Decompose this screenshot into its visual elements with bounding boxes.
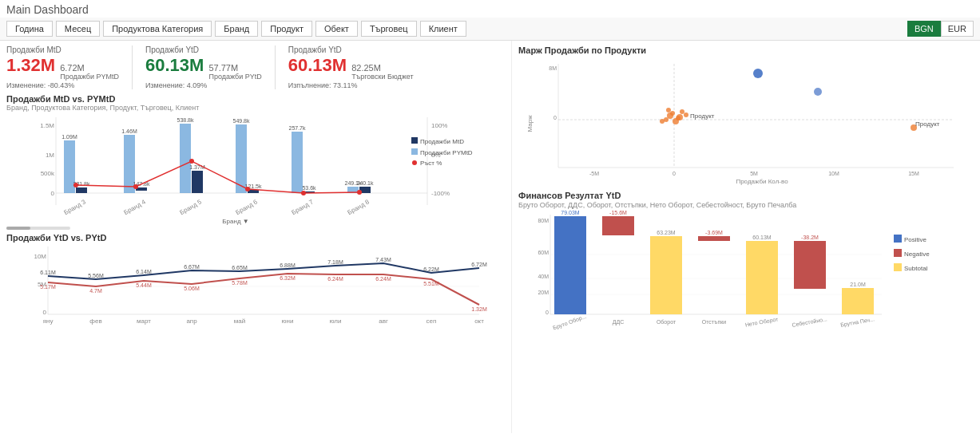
- filter-trader[interactable]: Търговец: [361, 21, 417, 37]
- kpi-ytd1-sub-val: 57.77M: [208, 63, 261, 73]
- svg-text:Отстъпки: Отстъпки: [702, 319, 727, 325]
- kpi-mtd-main: 1.32M 6.72M Продажби PYMtD: [6, 55, 119, 81]
- waterfall-svg: 80M 60M 40M 20M 0 79.03M -1: [518, 211, 974, 342]
- waterfall-chart-title: Финансов Резултат YtD: [518, 191, 974, 200]
- svg-rect-148: [894, 235, 902, 243]
- kpi-ytd2-sub-val: 82.25M: [351, 63, 413, 73]
- svg-text:Продукт: Продукт: [690, 112, 715, 120]
- kpi-ytd2-label: Продажби YtD: [288, 45, 414, 54]
- svg-rect-18: [180, 124, 191, 193]
- svg-text:Бранд ▼: Бранд ▼: [222, 218, 248, 225]
- kpi-mtd: Продажби MtD 1.32M 6.72M Продажби PYMtD …: [6, 45, 119, 89]
- filter-bar: Година Месец Продуктова Категория Бранд …: [0, 18, 980, 41]
- svg-text:Бранд 4: Бранд 4: [123, 198, 148, 216]
- svg-text:0: 0: [43, 309, 47, 316]
- svg-text:Продажби MtD: Продажби MtD: [420, 138, 464, 145]
- svg-text:-38.2M: -38.2M: [801, 235, 819, 240]
- svg-rect-48: [411, 148, 418, 155]
- line-chart-container: 10M 5M 0 6.11M 5.56M 6.14M 6.67M 6.65M 6…: [6, 243, 505, 330]
- left-panel: Продажби MtD 1.32M 6.72M Продажби PYMtD …: [0, 41, 511, 433]
- svg-point-110: [660, 119, 665, 124]
- bar-chart-section: Продажби MtD vs. PYMtD Бранд, Продуктова…: [6, 94, 505, 230]
- kpi-ytd1-sub-label: Продажби PYtD: [208, 73, 261, 81]
- currency-bgn[interactable]: BGN: [907, 21, 941, 37]
- scatter-chart-section: Марж Продажби по Продукти Марж Продажби …: [518, 45, 974, 187]
- brand-scrollbar[interactable]: [6, 227, 70, 230]
- svg-text:май: май: [234, 318, 245, 325]
- svg-text:7.18M: 7.18M: [327, 259, 343, 265]
- kpi-ytd1: Продажби YtD 60.13M 57.77M Продажби PYtD…: [132, 45, 262, 89]
- svg-text:4.7M: 4.7M: [89, 288, 102, 294]
- svg-text:апр: апр: [186, 318, 197, 325]
- kpi-mtd-sub-val: 6.72M: [60, 63, 119, 73]
- kpi-mtd-label: Продажби MtD: [6, 45, 119, 54]
- svg-text:63.23M: 63.23M: [657, 230, 676, 235]
- svg-point-114: [814, 88, 822, 96]
- svg-rect-26: [292, 132, 303, 193]
- svg-text:Ръст %: Ръст %: [420, 160, 442, 167]
- svg-text:240.1k: 240.1k: [356, 180, 374, 186]
- line-chart-section: Продажби YtD vs. PYtD 10M 5M 0: [6, 233, 505, 330]
- svg-rect-137: [794, 241, 826, 289]
- filter-year[interactable]: Година: [6, 21, 53, 37]
- svg-text:53.6k: 53.6k: [302, 185, 316, 191]
- svg-text:5.78M: 5.78M: [232, 280, 248, 286]
- svg-text:5.44M: 5.44M: [136, 282, 152, 288]
- kpi-ytd1-sub: 57.77M Продажби PYtD: [208, 63, 261, 81]
- svg-rect-11: [76, 187, 87, 193]
- svg-text:-15.6M: -15.6M: [609, 211, 627, 215]
- bar-chart-container: 1.5M 1M 500k 0 100% 0% -100%: [6, 113, 505, 225]
- filter-product-category[interactable]: Продуктова Категория: [103, 21, 212, 37]
- svg-text:Бранд 3: Бранд 3: [63, 198, 88, 216]
- svg-text:Продажби PYMtD: Продажби PYMtD: [420, 149, 473, 156]
- bar-chart-subtitle: Бранд, Продуктова Категория, Продукт, Тъ…: [6, 104, 505, 112]
- svg-text:6.32M: 6.32M: [280, 275, 296, 281]
- kpi-ytd1-label: Продажби YtD: [145, 45, 262, 54]
- filter-client[interactable]: Клиент: [420, 21, 466, 37]
- kpi-ytd1-main: 60.13M 57.77M Продажби PYtD: [145, 55, 262, 81]
- kpi-ytd1-change: Изменение: 4.09%: [145, 81, 262, 89]
- svg-text:0: 0: [546, 310, 549, 315]
- svg-text:6.72M: 6.72M: [471, 262, 487, 267]
- svg-text:0: 0: [553, 115, 557, 120]
- svg-rect-46: [411, 137, 418, 144]
- svg-text:6.24M: 6.24M: [327, 276, 343, 282]
- svg-rect-135: [746, 241, 778, 314]
- svg-text:21.0M: 21.0M: [850, 282, 866, 287]
- currency-eur[interactable]: EUR: [941, 21, 974, 37]
- filter-month[interactable]: Месец: [56, 21, 100, 37]
- svg-text:6.14M: 6.14M: [136, 269, 152, 274]
- bar-chart-title: Продажби MtD vs. PYMtD: [6, 94, 505, 104]
- svg-text:ДДС: ДДС: [613, 319, 625, 326]
- kpi-mtd-sub-label: Продажби PYMtD: [60, 73, 119, 81]
- svg-text:79.03M: 79.03M: [561, 211, 580, 215]
- right-panel: Марж Продажби по Продукти Марж Продажби …: [511, 41, 980, 433]
- kpi-mtd-sub: 6.72M Продажби PYMtD: [60, 63, 119, 81]
- svg-text:юни: юни: [282, 318, 294, 325]
- svg-rect-129: [602, 216, 634, 235]
- svg-rect-139: [842, 288, 874, 314]
- svg-text:7.43M: 7.43M: [375, 257, 391, 262]
- svg-text:500k: 500k: [41, 170, 55, 177]
- svg-text:Negative: Negative: [904, 251, 930, 258]
- filter-object[interactable]: Обект: [315, 21, 358, 37]
- svg-text:6.88M: 6.88M: [280, 262, 296, 268]
- line-chart-title: Продажби YtD vs. PYtD: [6, 233, 505, 243]
- svg-text:5.17M: 5.17M: [40, 284, 56, 290]
- filter-brand[interactable]: Бранд: [215, 21, 258, 37]
- kpi-row: Продажби MtD 1.32M 6.72M Продажби PYMtD …: [6, 45, 505, 89]
- svg-text:авг: авг: [379, 318, 388, 325]
- svg-text:0: 0: [673, 171, 676, 176]
- kpi-mtd-change: Изменение: -80.43%: [6, 81, 119, 89]
- svg-text:Продажби Кол-во: Продажби Кол-во: [736, 178, 788, 185]
- waterfall-chart-section: Финансов Резултат YtD Бруто Оборот, ДДС,…: [518, 191, 974, 342]
- svg-text:6.67M: 6.67M: [184, 264, 200, 270]
- svg-point-50: [412, 160, 417, 165]
- svg-text:8M: 8M: [549, 65, 557, 71]
- svg-text:40M: 40M: [538, 274, 549, 279]
- svg-text:10M: 10M: [34, 253, 46, 260]
- svg-text:Бранд 7: Бранд 7: [291, 198, 315, 216]
- filter-product[interactable]: Продукт: [261, 21, 312, 37]
- svg-text:80M: 80M: [538, 218, 549, 223]
- svg-text:60.13M: 60.13M: [752, 235, 772, 240]
